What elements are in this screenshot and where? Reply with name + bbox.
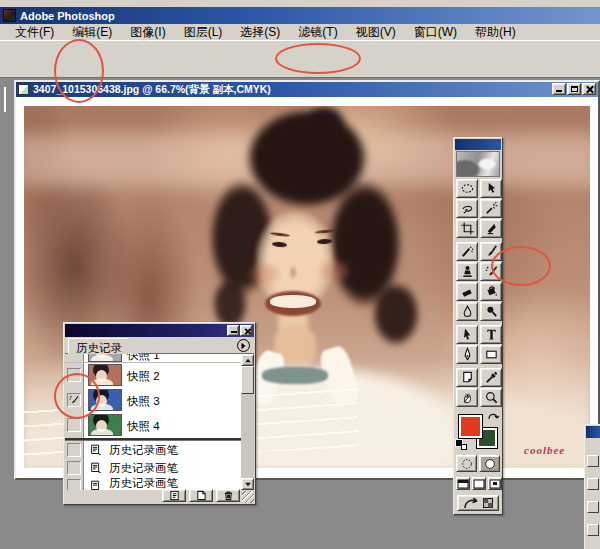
menu-view[interactable]: 视图(V) bbox=[347, 23, 405, 42]
hand-tool[interactable] bbox=[456, 388, 478, 407]
history-state-label: 历史记录画笔 bbox=[109, 461, 178, 476]
blur-tool[interactable] bbox=[456, 302, 478, 321]
arrow-down-icon bbox=[245, 482, 251, 486]
rectangle-tool[interactable] bbox=[480, 345, 502, 364]
history-brush-well[interactable] bbox=[67, 368, 81, 382]
panel-well[interactable] bbox=[587, 501, 599, 513]
history-bottom-bar bbox=[65, 488, 254, 503]
menu-edit[interactable]: 编辑(E) bbox=[63, 23, 121, 42]
history-brush-tool[interactable] bbox=[480, 262, 502, 281]
paint-bucket-tool[interactable] bbox=[480, 282, 502, 301]
close-icon bbox=[585, 85, 594, 94]
scrollbar-thumb[interactable] bbox=[241, 366, 254, 394]
history-row-snapshot-2[interactable]: 快照 2 bbox=[65, 363, 241, 388]
paintbrush-tool[interactable] bbox=[480, 242, 502, 261]
fullscreen-menubar-mode-button[interactable] bbox=[472, 477, 486, 490]
delete-history-button[interactable] bbox=[216, 489, 240, 502]
document-title: 3407_1015306438.jpg @ 66.7%(背景 副本,CMYK) bbox=[33, 83, 271, 97]
arrow-up-icon bbox=[245, 358, 251, 362]
history-tab-row: 历史记录 bbox=[65, 337, 254, 354]
magic-wand-tool[interactable] bbox=[480, 199, 502, 218]
swap-colors-icon[interactable] bbox=[487, 410, 500, 422]
history-state-icon bbox=[89, 461, 103, 478]
photoshop-logo-image[interactable] bbox=[456, 151, 500, 177]
panel-minimize-button[interactable] bbox=[227, 325, 239, 336]
panel-well[interactable] bbox=[587, 455, 599, 467]
slice-tool[interactable] bbox=[480, 219, 502, 238]
clone-stamp-tool[interactable] bbox=[456, 262, 478, 281]
quick-mask-mode-button[interactable] bbox=[479, 455, 500, 472]
foreground-color-swatch[interactable] bbox=[459, 415, 482, 438]
path-select-tool[interactable] bbox=[456, 325, 478, 344]
doc-minimize-button[interactable] bbox=[552, 83, 566, 95]
toolbox-titlebar[interactable] bbox=[455, 139, 501, 150]
notes-tool[interactable] bbox=[456, 368, 478, 387]
snapshot-thumbnail bbox=[88, 389, 122, 411]
document-icon bbox=[18, 84, 29, 95]
document-titlebar[interactable]: 3407_1015306438.jpg @ 66.7%(背景 副本,CMYK) bbox=[16, 82, 598, 97]
menu-window[interactable]: 窗口(W) bbox=[405, 23, 466, 42]
doc-maximize-button[interactable] bbox=[567, 83, 581, 95]
app-titlebar[interactable]: Adobe Photoshop bbox=[0, 7, 600, 24]
lasso-tool[interactable] bbox=[456, 199, 478, 218]
panel-menu-button[interactable] bbox=[237, 339, 250, 352]
jump-to-imageready-button[interactable] bbox=[457, 495, 499, 511]
scroll-up-button[interactable] bbox=[241, 354, 254, 366]
history-row-state[interactable]: 历史记录画笔 bbox=[65, 459, 241, 477]
menu-layer[interactable]: 图层(L) bbox=[175, 23, 232, 42]
minimize-icon bbox=[231, 331, 237, 333]
minimize-icon bbox=[556, 90, 562, 92]
watermark-text: coolbee bbox=[524, 444, 565, 456]
menu-help[interactable]: 帮助(H) bbox=[466, 23, 525, 42]
history-row-snapshot-3[interactable]: 快照 3 bbox=[65, 388, 241, 413]
window-edge bbox=[0, 0, 600, 7]
tab-history[interactable]: 历史记录 bbox=[68, 338, 139, 354]
eraser-tool[interactable] bbox=[456, 282, 478, 301]
menu-file[interactable]: 文件(F) bbox=[6, 23, 63, 42]
snapshot-label: 快照 2 bbox=[127, 369, 160, 384]
photo-detail bbox=[262, 367, 328, 384]
history-row-snapshot-1[interactable]: 快照 1 bbox=[65, 354, 241, 363]
panel-close-button[interactable] bbox=[240, 325, 252, 336]
history-brush-well[interactable] bbox=[67, 443, 81, 457]
history-brush-well[interactable] bbox=[67, 461, 81, 475]
dodge-tool[interactable] bbox=[480, 302, 502, 321]
close-icon bbox=[244, 328, 252, 336]
snapshot-label: 快照 1 bbox=[127, 354, 160, 363]
history-panel-titlebar[interactable] bbox=[65, 324, 254, 337]
fullscreen-mode-button[interactable] bbox=[488, 477, 502, 490]
snapshot-label: 快照 4 bbox=[127, 419, 160, 434]
menu-select[interactable]: 选择(S) bbox=[231, 23, 289, 42]
history-row-state[interactable]: 历史记录画笔 bbox=[65, 441, 241, 459]
panel-well[interactable] bbox=[587, 478, 599, 490]
history-scrollbar[interactable] bbox=[241, 354, 254, 490]
airbrush-tool[interactable] bbox=[456, 242, 478, 261]
maximize-icon bbox=[571, 86, 578, 92]
standard-screen-mode-button[interactable] bbox=[456, 477, 470, 490]
panel-well[interactable] bbox=[587, 524, 599, 536]
app-title: Adobe Photoshop bbox=[20, 10, 115, 22]
history-brush-well[interactable] bbox=[67, 393, 81, 407]
history-state-label: 历史记录画笔 bbox=[109, 443, 178, 458]
partial-panel-titlebar[interactable] bbox=[586, 426, 600, 438]
pen-tool[interactable] bbox=[456, 345, 478, 364]
standard-mode-button[interactable] bbox=[456, 455, 477, 472]
resize-grip[interactable] bbox=[242, 491, 254, 503]
panel-menu-icon bbox=[242, 342, 246, 348]
menu-filter[interactable]: 滤镜(T) bbox=[289, 23, 346, 42]
eyedropper-tool[interactable] bbox=[480, 368, 502, 387]
color-swatches bbox=[456, 410, 500, 452]
default-colors-icon[interactable] bbox=[456, 440, 467, 450]
menu-image[interactable]: 图像(I) bbox=[121, 23, 174, 42]
new-document-from-state-button[interactable] bbox=[162, 489, 186, 502]
crop-tool[interactable] bbox=[456, 219, 478, 238]
type-tool[interactable] bbox=[480, 325, 502, 344]
zoom-tool[interactable] bbox=[480, 388, 502, 407]
history-brush-well[interactable] bbox=[67, 418, 81, 432]
elliptical-marquee-tool[interactable] bbox=[456, 179, 478, 198]
history-row-snapshot-4[interactable]: 快照 4 bbox=[65, 413, 241, 438]
options-grip[interactable] bbox=[4, 87, 9, 112]
move-tool[interactable] bbox=[480, 179, 502, 198]
new-snapshot-button[interactable] bbox=[189, 489, 213, 502]
doc-close-button[interactable] bbox=[582, 83, 596, 95]
